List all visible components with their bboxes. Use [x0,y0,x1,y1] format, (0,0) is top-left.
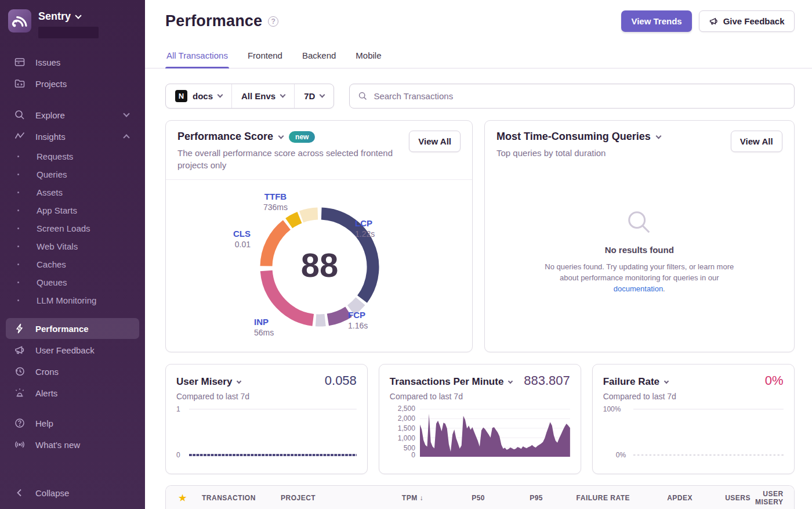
ring-segment-lcp-rest [351,301,360,310]
column-header-apdex[interactable]: APDEX [632,494,695,502]
view-trends-button[interactable]: View Trends [621,10,691,32]
sidebar-item-performance[interactable]: Performance [6,318,139,339]
sort-descending-icon: ↓ [420,494,424,502]
help-icon [14,417,26,429]
chevron-down-icon [655,133,661,139]
star-column-header[interactable]: ★ [166,493,200,503]
transactions-per-minute-card: Transactions Per Minute 883.807 Compared… [379,364,581,474]
sub-item-label: Caches [37,259,66,269]
failure-rate-dropdown[interactable]: Failure Rate [603,376,668,388]
megaphone-icon [709,16,719,26]
vital-cls: CLS0.01 [219,229,251,250]
column-header-users[interactable]: USERS [695,494,753,502]
sidebar-item-app-starts[interactable]: App Starts [0,201,145,219]
page-help-icon[interactable]: ? [268,16,278,27]
sidebar-item-alerts[interactable]: Alerts [6,382,139,403]
project-filter-label: docs [193,91,213,101]
environment-filter-label: All Envs [241,91,276,101]
sidebar-item-whats-new[interactable]: What's new [6,434,139,455]
tab-frontend[interactable]: Frontend [246,47,284,68]
card-subtitle: Compared to last 7d [176,392,357,401]
user-misery-chart: 1 0 [176,408,357,457]
chevron-down-icon [75,12,81,19]
sidebar-item-assets[interactable]: Assets [0,183,145,201]
ring-segment-fcp [328,312,349,320]
card-title: Failure Rate [603,376,659,388]
user-misery-dropdown[interactable]: User Misery [176,376,241,388]
chevron-down-icon [217,92,223,98]
sidebar-item-caches[interactable]: Caches [0,255,145,273]
time-consuming-queries-card: Most Time-Consuming Queries Top queries … [484,120,795,352]
tpm-value: 883.807 [519,373,570,388]
empty-state-title: No results found [605,245,674,255]
sidebar-item-user-feedback[interactable]: User Feedback [6,340,139,360]
sidebar-item-label: Issues [35,57,60,67]
sub-item-label: LLM Monitoring [37,295,96,305]
performance-score-card: Performance Score new The overall perfor… [165,120,473,352]
sidebar-collapse-button[interactable]: Collapse [6,482,139,503]
sidebar-item-screen-loads[interactable]: Screen Loads [0,219,145,237]
column-header-p50[interactable]: P50 [426,494,487,502]
column-header-tpm[interactable]: TPM ↓ [350,494,426,502]
flat-line-chart-svg [189,408,357,457]
card-subtitle: Compared to last 7d [390,392,570,401]
siren-icon [14,387,26,399]
vital-ttfb: TTFB736ms [263,192,288,212]
lightning-icon [14,323,26,334]
sidebar-item-crons[interactable]: Crons [6,361,139,382]
chevron-up-icon [123,134,129,140]
org-switcher[interactable]: Sentry [38,10,99,23]
tpm-dropdown[interactable]: Transactions Per Minute [390,376,513,388]
sentry-logo[interactable] [8,9,31,33]
environment-filter[interactable]: All Envs [231,84,294,108]
card-description: Top queries by total duration [496,147,723,159]
chevron-left-icon [14,487,26,499]
vital-lcp: LCP1.22s [355,218,375,239]
page-header: Performance ? View Trends Give Feedback [165,10,795,32]
tpm-chart: 2,500 2,000 1,500 1,000 500 0 [390,408,570,457]
card-title: Transactions Per Minute [390,376,504,388]
sub-item-label: App Starts [37,205,77,215]
column-header-p95[interactable]: P95 [487,494,545,502]
sidebar-item-requests[interactable]: Requests [0,147,145,165]
column-header-user-misery[interactable]: USER MISERY [753,490,794,506]
sub-item-label: Queues [37,277,67,287]
column-header-transaction[interactable]: TRANSACTION [200,494,278,502]
sidebar-item-queries[interactable]: Queries [0,165,145,183]
sidebar-item-label: User Feedback [35,345,95,355]
column-header-failure-rate[interactable]: FAILURE RATE [545,494,632,502]
sidebar-item-help[interactable]: Help [6,413,139,434]
column-header-project[interactable]: PROJECT [278,494,350,502]
sidebar-item-insights[interactable]: Insights [6,126,139,147]
sidebar-item-explore[interactable]: Explore [6,104,139,125]
y-axis-label: 1,000 [398,434,415,442]
sidebar-item-label: Performance [35,324,89,334]
date-range-filter[interactable]: 7D [294,84,334,108]
sidebar-item-queues[interactable]: Queues [0,273,145,291]
give-feedback-button[interactable]: Give Feedback [699,10,795,32]
queries-card-dropdown[interactable]: Most Time-Consuming Queries [496,131,731,143]
tab-backend[interactable]: Backend [301,47,337,68]
view-all-button[interactable]: View All [409,131,461,152]
documentation-link[interactable]: documentation [614,284,663,293]
projects-icon [14,78,26,89]
performance-score-dropdown[interactable]: Performance Score new [177,131,409,143]
search-input[interactable] [374,91,785,101]
y-axis-label: 100% [603,405,621,413]
tab-mobile[interactable]: Mobile [354,47,382,68]
sidebar-item-projects[interactable]: Projects [6,73,139,94]
date-range-label: 7D [304,91,315,101]
sub-item-label: Web Vitals [37,241,78,251]
project-avatar: N [175,90,187,102]
project-filter[interactable]: N docs [166,84,231,108]
y-axis-label: 0 [411,451,415,459]
sidebar-item-llm-monitoring[interactable]: LLM Monitoring [0,291,145,309]
sidebar-item-web-vitals[interactable]: Web Vitals [0,237,145,255]
tab-all-transactions[interactable]: All Transactions [165,47,229,68]
transactions-table: ★ TRANSACTION PROJECT TPM ↓ P50 P95 FAIL… [165,485,795,509]
failure-rate-value: 0% [760,373,784,388]
view-all-button[interactable]: View All [731,131,782,152]
sidebar-item-issues[interactable]: Issues [6,52,139,73]
y-axis-label: 0 [176,451,180,459]
sidebar-item-label: Collapse [35,488,69,498]
